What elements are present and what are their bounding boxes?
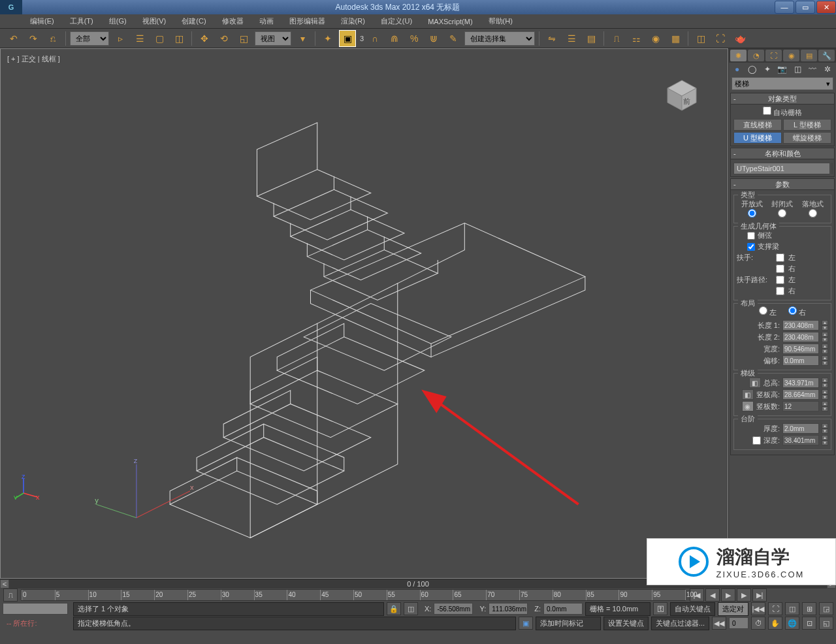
pan-icon[interactable]: ✋ [768,617,782,630]
selected-set[interactable]: 选定对 [718,602,748,616]
angle-snap-icon[interactable]: ⋒ [386,30,403,47]
overall-spinner[interactable]: ▲▼ [822,378,828,388]
handrail-right-checkbox[interactable] [776,265,784,273]
play-icon[interactable]: ▶ [721,588,735,602]
link-icon[interactable]: ⎌ [44,30,61,47]
stair-type-u[interactable]: U 型楼梯 [733,132,782,144]
lock-selection-icon[interactable]: 🔒 [387,602,401,615]
y-coord[interactable]: 111.036mm [489,603,528,615]
riserct-spinner[interactable]: ▲▼ [822,401,828,411]
length1-spinner[interactable]: ▲▼ [822,320,828,330]
carriage-checkbox[interactable] [747,243,755,251]
percent-snap-icon[interactable]: % [406,30,423,47]
menu-modifiers[interactable]: 修改器 [218,15,248,27]
menu-animation[interactable]: 动画 [255,15,278,27]
layers-icon[interactable]: ▤ [583,30,600,47]
depth-spinner[interactable]: ▲▼ [822,435,828,445]
comm-center-icon[interactable]: ▣ [519,617,533,630]
layout-left-radio[interactable] [759,306,767,315]
riserht-lock-icon[interactable]: ◧ [742,389,754,400]
utilities-tab-icon[interactable]: 🔧 [818,50,835,61]
material-editor-icon[interactable]: ◉ [647,30,664,47]
mirror-icon[interactable]: ⇋ [543,30,560,47]
riserht-spinner[interactable]: ▲▼ [822,389,828,400]
systems-subtab-icon[interactable]: ✲ [821,64,835,74]
railpath-right-checkbox[interactable] [776,287,784,295]
maximize-viewport-icon[interactable]: ◱ [819,617,833,630]
schematic-view-icon[interactable]: ⚏ [628,30,645,47]
autokey-button[interactable]: 自动关键点 [670,602,715,616]
railpath-left-checkbox[interactable] [776,276,784,284]
render-prod-icon[interactable]: ⛶ [712,30,729,47]
menu-create[interactable]: 创建(C) [178,15,210,27]
zoom-extents-icon[interactable]: ⊡ [802,617,816,630]
handrail-left-checkbox[interactable] [776,253,784,262]
prev-frame-icon[interactable]: ◀ [705,588,720,602]
object-color-swatch[interactable] [831,163,833,174]
helpers-subtab-icon[interactable]: ◫ [791,64,805,74]
nav-config2-icon[interactable]: ◫ [785,602,799,615]
render-setup-icon[interactable]: ▦ [667,30,684,47]
offset-input[interactable] [782,355,819,366]
menu-edit[interactable]: 编辑(E) [26,15,58,27]
nav-config-icon[interactable]: ⛶ [768,602,782,615]
goto-end-icon[interactable]: ▶| [752,588,767,602]
length2-spinner[interactable]: ▲▼ [822,332,828,342]
selection-filter-dropdown[interactable]: 全部 [70,31,109,46]
track-prev-button[interactable]: < [0,579,9,588]
hierarchy-tab-icon[interactable]: ⛶ [765,50,782,61]
select-icon[interactable]: ▹ [112,30,129,47]
curve-editor-icon[interactable]: ⎍ [608,30,625,47]
modify-tab-icon[interactable]: ◔ [748,50,764,61]
z-coord[interactable]: 0.0mm [543,603,583,615]
maxscript-mini-listener[interactable] [3,603,68,615]
width-spinner[interactable]: ▲▼ [822,344,828,354]
redo-icon[interactable]: ↷ [25,30,42,47]
time-config-icon[interactable]: ⏱ [751,617,765,630]
create-tab-icon[interactable]: ✺ [730,50,747,61]
select-region-icon[interactable]: ▢ [151,30,168,47]
ref-coord-dropdown[interactable]: 视图 [255,31,291,46]
rotate-icon[interactable]: ⟲ [216,30,233,47]
nav-config3-icon[interactable]: ⊞ [802,602,816,615]
timeline-ruler[interactable]: 0510152025303540455055606570758085909510… [21,589,686,601]
menu-view[interactable]: 视图(V) [138,15,170,27]
edit-named-sel-icon[interactable]: ✎ [445,30,462,47]
select-name-icon[interactable]: ☰ [131,30,148,47]
menu-customize[interactable]: 自定义(U) [377,15,416,27]
type-closed-radio[interactable] [778,209,786,217]
timeline-config-icon[interactable]: ⎍ [3,588,18,602]
type-box-radio[interactable] [809,209,817,217]
setkey-button[interactable]: 设置关键点 [603,617,649,630]
overall-input[interactable] [782,378,819,388]
menu-maxscript[interactable]: MAXScript(M) [424,16,476,27]
minimize-button[interactable]: — [775,1,794,14]
align-icon[interactable]: ☰ [563,30,580,47]
next-frame-icon[interactable]: ▶ [737,588,751,602]
stair-type-straight[interactable]: 直线楼梯 [733,119,782,131]
current-frame-input[interactable]: 0 [729,617,748,629]
snap-toggle-icon[interactable]: ∩ [366,30,383,47]
maximize-button[interactable]: ▭ [796,1,815,14]
spinner-snap-icon[interactable]: ⋓ [425,30,442,47]
app-icon[interactable]: G [0,0,22,14]
render-icon[interactable]: 🫖 [732,30,748,47]
menu-tools[interactable]: 工具(T) [66,15,97,27]
nav-config4-icon[interactable]: ◲ [819,602,833,615]
x-coord[interactable]: -56.508mm [434,603,473,615]
add-time-tag[interactable]: 添加时间标记 [536,617,601,630]
width-input[interactable] [782,344,819,354]
isolate-icon[interactable]: ◫ [404,602,418,615]
offset-spinner[interactable]: ▲▼ [822,355,828,366]
keyfilter-button[interactable]: 关键点过滤器... [651,617,709,630]
shapes-subtab-icon[interactable]: ◯ [745,64,759,74]
keyboard-shortcut-toggle[interactable]: ▣ [339,30,356,47]
object-type-rollout-header[interactable]: -对象类型 [730,93,835,105]
stringers-checkbox[interactable] [747,232,755,240]
display-tab-icon[interactable]: ▤ [801,50,817,61]
depth-checkbox[interactable] [752,436,761,445]
stair-type-l[interactable]: L 型楼梯 [783,119,831,131]
undo-icon[interactable]: ↶ [5,30,22,47]
length2-input[interactable] [782,332,819,342]
lights-subtab-icon[interactable]: ✦ [760,64,774,74]
